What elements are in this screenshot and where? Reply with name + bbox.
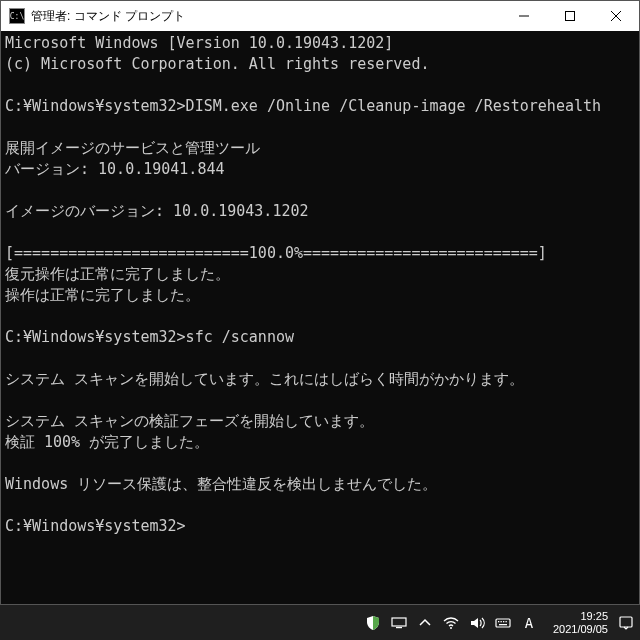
taskview-icon[interactable] — [391, 605, 407, 640]
system-tray: A 19:25 2021/09/05 — [365, 605, 634, 640]
svg-rect-9 — [499, 624, 507, 625]
svg-rect-6 — [500, 621, 501, 622]
volume-icon[interactable] — [469, 605, 485, 640]
window-controls — [501, 1, 639, 31]
clock-time: 19:25 — [553, 610, 608, 623]
notification-icon[interactable] — [618, 605, 634, 640]
console-output[interactable]: Microsoft Windows [Version 10.0.19043.12… — [1, 31, 639, 604]
svg-rect-10 — [620, 617, 632, 627]
window-title: 管理者: コマンド プロンプト — [31, 8, 501, 25]
svg-rect-5 — [498, 621, 499, 622]
clock-date: 2021/09/05 — [553, 623, 608, 636]
titlebar[interactable]: C:\ 管理者: コマンド プロンプト — [1, 1, 639, 31]
svg-rect-0 — [566, 12, 575, 21]
svg-rect-1 — [392, 618, 406, 626]
ime-mode-indicator[interactable]: A — [521, 605, 537, 640]
cmd-window: C:\ 管理者: コマンド プロンプト Microsoft Windows [V… — [0, 0, 640, 605]
svg-point-3 — [450, 627, 452, 629]
ime-keyboard-icon[interactable] — [495, 605, 511, 640]
close-button[interactable] — [593, 1, 639, 31]
svg-rect-4 — [496, 619, 510, 627]
minimize-button[interactable] — [501, 1, 547, 31]
svg-rect-7 — [503, 621, 504, 622]
svg-rect-8 — [505, 621, 506, 622]
taskbar[interactable]: A 19:25 2021/09/05 — [0, 605, 640, 640]
security-icon[interactable] — [365, 605, 381, 640]
cmd-icon: C:\ — [9, 8, 25, 24]
tray-chevron-up-icon[interactable] — [417, 605, 433, 640]
svg-rect-2 — [396, 627, 402, 628]
clock[interactable]: 19:25 2021/09/05 — [547, 610, 608, 635]
maximize-button[interactable] — [547, 1, 593, 31]
wifi-icon[interactable] — [443, 605, 459, 640]
